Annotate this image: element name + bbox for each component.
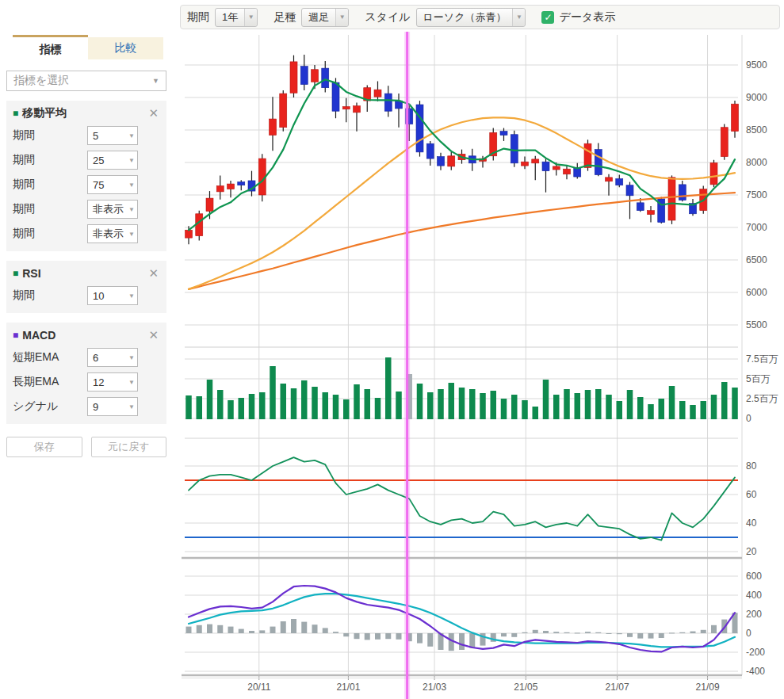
svg-text:7.5百万: 7.5百万 — [746, 353, 778, 365]
svg-text:6000: 6000 — [746, 287, 767, 298]
ma-period5-select[interactable]: 非表示▼ — [87, 224, 138, 243]
svg-text:600: 600 — [746, 571, 762, 582]
close-icon[interactable]: ✕ — [147, 266, 160, 281]
svg-text:40: 40 — [746, 518, 757, 529]
tab-compare[interactable]: 比較 — [88, 37, 163, 59]
svg-text:20: 20 — [746, 546, 757, 557]
indicator-select[interactable]: 指標を選択 ▼ — [6, 71, 166, 91]
ma-color-swatch: ■ — [13, 109, 18, 118]
sidebar-tabs: 指標 比較 — [13, 35, 163, 62]
macd-shortema-row: 短期EMA 6▼ — [13, 348, 160, 367]
svg-text:-200: -200 — [746, 647, 765, 658]
chevron-down-icon: ▼ — [128, 181, 137, 189]
svg-text:6500: 6500 — [746, 254, 767, 265]
chart-area[interactable]: 20/1121/0121/0321/0521/0721/099500900085… — [178, 32, 784, 699]
indicator-sidebar: 指標 比較 指標を選択 ▼ ■ 移動平均 ✕ 期間 5▼ 期間 25▼ 期間 7… — [0, 35, 173, 457]
svg-text:5百万: 5百万 — [746, 373, 771, 384]
indicator-select-placeholder: 指標を選択 — [13, 74, 69, 88]
svg-text:2.5百万: 2.5百万 — [746, 393, 778, 404]
rsi-color-swatch: ■ — [13, 269, 18, 278]
chevron-down-icon: ▼ — [128, 403, 137, 411]
svg-text:21/03: 21/03 — [423, 682, 446, 693]
svg-text:20/11: 20/11 — [247, 682, 270, 693]
close-icon[interactable]: ✕ — [147, 328, 160, 342]
svg-text:5500: 5500 — [746, 319, 767, 330]
svg-text:80: 80 — [746, 460, 757, 472]
toolbar-panel: 期間 1年 ▼ 足種 週足 ▼ スタイル ローソク（赤青） ▼ ✓ データ表示 — [180, 5, 780, 29]
svg-text:-400: -400 — [746, 666, 765, 677]
period-dropdown[interactable]: 1年 ▼ — [215, 8, 258, 27]
ma-period-row: 期間 75▼ — [13, 175, 160, 194]
panel-moving-average: ■ 移動平均 ✕ 期間 5▼ 期間 25▼ 期間 75▼ 期間 非表示▼ 期間 … — [6, 101, 166, 251]
svg-text:0: 0 — [746, 413, 751, 424]
chevron-down-icon: ▼ — [128, 379, 137, 386]
macd-signal-select[interactable]: 9▼ — [87, 397, 138, 416]
ma-period-row: 期間 5▼ — [13, 126, 160, 145]
svg-text:9000: 9000 — [746, 92, 767, 103]
svg-text:0: 0 — [746, 628, 751, 639]
ma-period-row: 期間 非表示▼ — [13, 224, 160, 243]
chevron-down-icon: ▼ — [128, 354, 137, 361]
data-display-checkbox[interactable]: ✓ — [541, 11, 554, 24]
macd-signal-row: シグナル 9▼ — [13, 397, 160, 416]
rsi-period-row: 期間 10▼ — [13, 286, 160, 305]
bartype-label: 足種 — [273, 10, 296, 25]
data-display-label: データ表示 — [559, 10, 615, 25]
chevron-down-icon[interactable]: ▼ — [244, 9, 257, 26]
bartype-dropdown[interactable]: 週足 ▼ — [301, 8, 349, 27]
panel-title: MACD — [22, 329, 55, 342]
svg-text:21/01: 21/01 — [336, 682, 360, 693]
chart-toolbar: 期間 1年 ▼ 足種 週足 ▼ スタイル ローソク（赤青） ▼ ✓ データ表示 — [178, 0, 784, 32]
reset-button[interactable]: 元に戻す — [91, 437, 167, 457]
svg-text:7000: 7000 — [746, 222, 767, 233]
panel-title: 移動平均 — [22, 106, 67, 120]
ma-period2-select[interactable]: 25▼ — [87, 151, 138, 170]
svg-text:21/05: 21/05 — [514, 682, 537, 693]
svg-text:8500: 8500 — [746, 124, 767, 136]
ma-period-row: 期間 非表示▼ — [13, 200, 160, 219]
macd-longema-select[interactable]: 12▼ — [87, 372, 138, 392]
chevron-down-icon: ▼ — [152, 77, 159, 85]
check-icon: ✓ — [544, 12, 552, 23]
ma-period1-select[interactable]: 5▼ — [87, 126, 138, 145]
panel-macd: ■ MACD ✕ 短期EMA 6▼ 長期EMA 12▼ シグナル 9▼ — [6, 323, 166, 424]
svg-text:21/09: 21/09 — [696, 682, 720, 693]
svg-text:8000: 8000 — [746, 157, 767, 168]
macd-color-swatch: ■ — [13, 330, 18, 340]
ma-period-row: 期間 25▼ — [13, 151, 160, 170]
style-dropdown[interactable]: ローソク（赤青） ▼ — [416, 8, 526, 27]
panel-title: RSI — [22, 267, 40, 280]
close-icon[interactable]: ✕ — [147, 106, 160, 120]
chart-svg[interactable]: 20/1121/0121/0321/0521/0721/099500900085… — [178, 32, 784, 699]
svg-text:200: 200 — [746, 609, 762, 620]
macd-shortema-select[interactable]: 6▼ — [87, 348, 138, 367]
chevron-down-icon: ▼ — [128, 157, 137, 164]
chevron-down-icon[interactable]: ▼ — [512, 9, 525, 26]
svg-text:9500: 9500 — [746, 59, 767, 71]
ma-period3-select[interactable]: 75▼ — [87, 175, 138, 194]
period-label: 期間 — [187, 10, 209, 25]
macd-longema-row: 長期EMA 12▼ — [13, 372, 160, 392]
style-label: スタイル — [365, 10, 410, 25]
svg-text:21/07: 21/07 — [606, 682, 629, 693]
chevron-down-icon: ▼ — [128, 231, 137, 238]
chevron-down-icon: ▼ — [128, 292, 137, 300]
ma-period4-select[interactable]: 非表示▼ — [87, 200, 138, 219]
save-button[interactable]: 保存 — [6, 437, 82, 457]
tab-indicators[interactable]: 指標 — [13, 35, 88, 62]
panel-rsi: ■ RSI ✕ 期間 10▼ — [6, 261, 166, 313]
chevron-down-icon: ▼ — [128, 206, 137, 213]
chevron-down-icon: ▼ — [128, 132, 137, 139]
svg-text:400: 400 — [746, 590, 762, 601]
svg-text:60: 60 — [746, 489, 757, 500]
rsi-period-select[interactable]: 10▼ — [87, 286, 138, 305]
svg-text:7500: 7500 — [746, 189, 767, 201]
chevron-down-icon[interactable]: ▼ — [335, 9, 348, 26]
